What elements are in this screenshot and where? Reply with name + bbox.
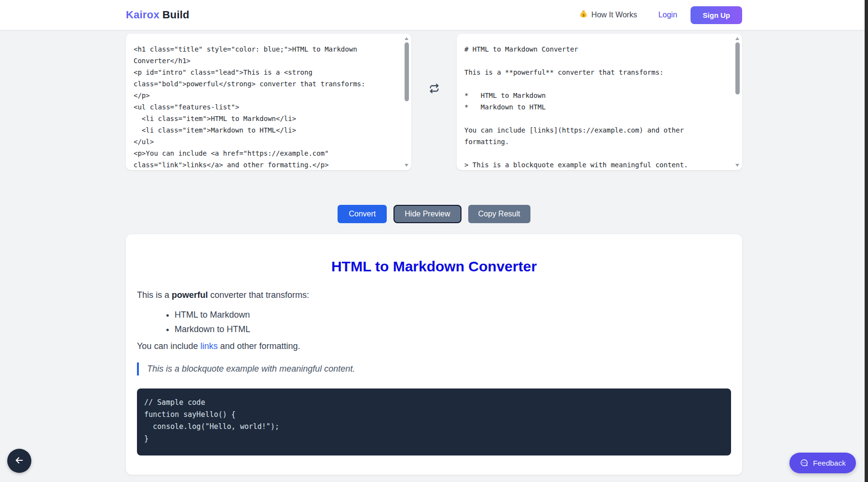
how-it-works-label: How It Works [591, 11, 637, 19]
scrollbar-thumb[interactable] [405, 42, 409, 101]
markdown-output-panel: # HTML to Markdown Converter This is a *… [457, 34, 742, 170]
copy-result-button[interactable]: Copy Result [468, 205, 530, 223]
preview-feature-list: HTML to Markdown Markdown to HTML [137, 310, 731, 335]
html-input-scrollbar[interactable] [404, 37, 409, 167]
svg-text:$: $ [583, 13, 585, 17]
intro-text: converter that transforms: [208, 290, 309, 300]
example-link[interactable]: links [200, 341, 217, 351]
preview-card: HTML to Markdown Converter This is a pow… [126, 234, 742, 475]
links-text: You can include [137, 341, 200, 351]
scroll-down-arrow[interactable] [735, 164, 739, 167]
actions-row: Convert Hide Preview Copy Result [126, 205, 742, 223]
intro-bold-text: powerful [172, 290, 208, 300]
back-button[interactable] [7, 449, 31, 473]
scroll-down-arrow[interactable] [405, 164, 408, 167]
preview-intro: This is a powerful converter that transf… [137, 290, 731, 300]
main-content: <h1 class="title" style="color: blue;">H… [0, 34, 868, 475]
scrollbar-thumb[interactable] [735, 42, 740, 94]
brand-logo[interactable]: KairoxBuild [126, 9, 190, 21]
header: KairoxBuild $ How It Works Login Sign Up [0, 0, 868, 30]
preview-code-block: // Sample code function sayHello() { con… [137, 388, 731, 455]
preview-blockquote: This is a blockquote example with meanin… [137, 362, 731, 375]
list-item: Markdown to HTML [175, 324, 731, 335]
arrow-left-icon [14, 455, 25, 467]
how-it-works-link[interactable]: $ How It Works [579, 10, 637, 20]
intro-text: This is a [137, 290, 172, 300]
swap-arrows-icon [428, 89, 441, 96]
login-link[interactable]: Login [658, 11, 677, 19]
swap-direction-button[interactable] [427, 81, 442, 96]
scroll-up-arrow[interactable] [735, 37, 739, 40]
window-edge-strip [865, 0, 868, 482]
brand-suffix: Build [163, 9, 190, 21]
converter-panels: <h1 class="title" style="color: blue;">H… [126, 34, 742, 170]
hide-preview-button[interactable]: Hide Preview [393, 205, 461, 223]
html-input-panel: <h1 class="title" style="color: blue;">H… [126, 34, 411, 170]
feedback-button[interactable]: Feedback [789, 453, 856, 473]
chat-bubble-icon [800, 458, 809, 468]
links-text: and other formatting. [217, 341, 300, 351]
feedback-label: Feedback [813, 459, 846, 468]
brand-name: Kairox [126, 9, 160, 21]
signup-button[interactable]: Sign Up [691, 6, 742, 24]
list-item: HTML to Markdown [175, 310, 731, 320]
markdown-output-textarea[interactable]: # HTML to Markdown Converter This is a *… [464, 43, 729, 170]
money-bag-icon: $ [579, 10, 588, 20]
html-input-textarea[interactable]: <h1 class="title" style="color: blue;">H… [134, 43, 398, 170]
preview-links-paragraph: You can include links and other formatti… [137, 341, 731, 351]
preview-title: HTML to Markdown Converter [137, 258, 731, 275]
header-nav: $ How It Works Login Sign Up [579, 6, 742, 24]
markdown-output-scrollbar[interactable] [734, 37, 740, 167]
convert-button[interactable]: Convert [338, 205, 387, 223]
swap-column [411, 34, 457, 170]
scroll-up-arrow[interactable] [405, 37, 408, 40]
